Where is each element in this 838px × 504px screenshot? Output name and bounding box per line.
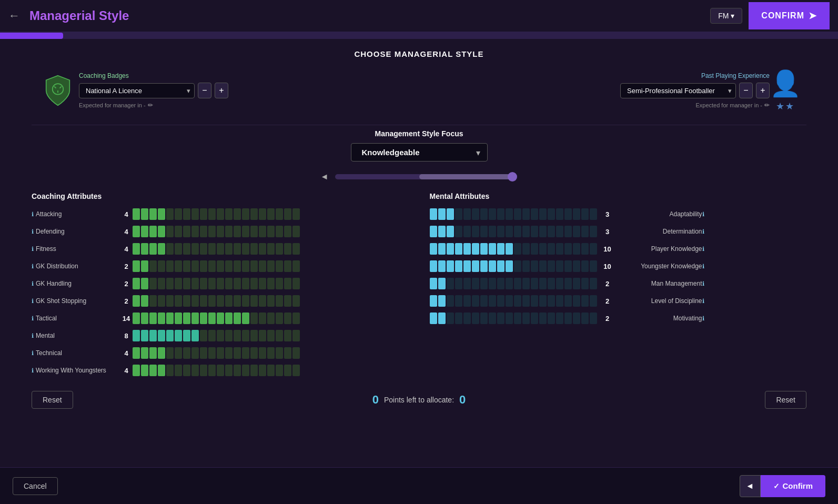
adaptability-value: 3 [601, 210, 614, 218]
motivating-value: 2 [601, 315, 614, 322]
points-area: 0 Points left to allocate: 0 [372, 393, 466, 407]
technical-info-icon[interactable]: ℹ [32, 350, 34, 357]
coaching-badge-plus-button[interactable]: + [215, 83, 228, 98]
man-management-info-icon[interactable]: ℹ [702, 280, 704, 287]
adaptability-label: Adaptability [618, 210, 702, 218]
technical-bars [133, 347, 409, 359]
points-left-value: 0 [372, 393, 379, 407]
attacking-label: Attacking [36, 210, 120, 218]
prev-button[interactable]: ◄ [740, 475, 761, 497]
points-left-label: Points left to allocate: [384, 396, 454, 404]
motivating-bars [430, 313, 597, 324]
experience-plus-button[interactable]: + [756, 83, 770, 98]
gk-handling-bars [133, 278, 409, 289]
determination-bars [430, 226, 597, 237]
slider-thumb[interactable] [508, 172, 517, 182]
coaching-attributes-title: Coaching Attributes [32, 192, 409, 200]
past-experience-select[interactable]: Semi-Professional Footballer [620, 83, 736, 98]
table-row: ℹ Attacking 4 [32, 207, 409, 221]
coaching-badge-minus-button[interactable]: − [198, 83, 211, 98]
man-management-label: Man Management [618, 280, 702, 287]
player-knowledge-label: Player Knowledge [618, 245, 702, 253]
shield-icon [42, 75, 74, 106]
motivating-label: Motivating [618, 315, 702, 322]
slider-track[interactable] [335, 174, 503, 179]
coaching-badges-section: Coaching Badges National A Licence − + E… [79, 72, 228, 109]
fitness-label: Fitness [36, 245, 120, 253]
back-button[interactable]: ← [8, 10, 20, 22]
style-focus-select[interactable]: Knowledgeable [351, 143, 488, 162]
progress-strip [0, 33, 838, 39]
determination-label: Determination [618, 228, 702, 235]
defending-label: Defending [36, 228, 120, 235]
mental-info-icon[interactable]: ℹ [32, 332, 34, 339]
mental-attributes-title: Mental Attributes [430, 192, 807, 200]
attacking-info-icon[interactable]: ℹ [32, 211, 34, 218]
style-dropdown-wrapper: Knowledgeable [351, 143, 488, 162]
youngsters-bars [133, 365, 409, 376]
table-row: 10 Youngster Knowledge ℹ [430, 259, 807, 274]
tactical-value: 14 [120, 315, 133, 322]
youngsters-info-icon[interactable]: ℹ [32, 367, 34, 374]
determination-info-icon[interactable]: ℹ [702, 228, 704, 235]
fm-menu-button[interactable]: FM ▾ [710, 8, 742, 24]
cancel-button[interactable]: Cancel [13, 477, 58, 495]
adaptability-info-icon[interactable]: ℹ [702, 211, 704, 218]
discipline-label: Level of Discipline [618, 297, 702, 305]
man-management-bars [430, 278, 597, 289]
youngster-knowledge-info-icon[interactable]: ℹ [702, 263, 704, 270]
discipline-info-icon[interactable]: ℹ [702, 298, 704, 305]
coaching-badges-label: Coaching Badges [79, 72, 228, 79]
past-experience-select-wrapper: Semi-Professional Footballer [620, 83, 736, 98]
coaching-badges-row: National A Licence − + [79, 83, 228, 98]
motivating-info-icon[interactable]: ℹ [702, 315, 704, 322]
tactical-bars [133, 313, 409, 324]
slider-left-arrow[interactable]: ◄ [320, 172, 329, 182]
fitness-value: 4 [120, 245, 133, 253]
stars-rating: ★★ [776, 100, 795, 112]
gk-shot-stopping-info-icon[interactable]: ℹ [32, 298, 34, 305]
coaching-edit-icon[interactable]: ✏ [148, 102, 153, 109]
table-row: 3 Adaptability ℹ [430, 207, 807, 221]
tactical-info-icon[interactable]: ℹ [32, 315, 34, 322]
page-title: Managerial Style [29, 8, 710, 23]
reset-right-button[interactable]: Reset [765, 391, 806, 409]
fitness-info-icon[interactable]: ℹ [32, 246, 34, 253]
defending-info-icon[interactable]: ℹ [32, 228, 34, 235]
coaching-expected-text: Expected for manager in - ✏ [79, 102, 228, 109]
fitness-bars [133, 243, 409, 255]
experience-minus-button[interactable]: − [739, 83, 753, 98]
gk-shot-stopping-label: GK Shot Stopping [36, 297, 120, 305]
gk-shot-stopping-bars [133, 295, 409, 307]
table-row: 10 Player Knowledge ℹ [430, 241, 807, 256]
table-row: 2 Level of Discipline ℹ [430, 294, 807, 308]
experience-expected-text: Expected for manager in - ✏ [695, 102, 770, 109]
slider-row: ◄ ► [32, 172, 806, 182]
main-content: CHOOSE MANAGERIAL STYLE Coaching Badges … [0, 39, 838, 467]
style-focus-label: Management Style Focus [32, 129, 806, 138]
coaching-badge-select[interactable]: National A Licence [79, 83, 195, 98]
table-row: ℹ GK Distribution 2 [32, 259, 409, 274]
player-knowledge-info-icon[interactable]: ℹ [702, 246, 704, 253]
table-row: 2 Motivating ℹ [430, 311, 807, 326]
tactical-label: Tactical [36, 315, 120, 322]
attacking-value: 4 [120, 210, 133, 218]
player-knowledge-bars [430, 243, 597, 255]
bottom-right-buttons: ◄ ✓ Confirm [740, 475, 826, 497]
determination-value: 3 [601, 228, 614, 236]
gk-distribution-info-icon[interactable]: ℹ [32, 263, 34, 270]
table-row: 2 Man Management ℹ [430, 276, 807, 291]
shield-area [37, 75, 79, 106]
confirm-check-icon: ✓ [773, 482, 780, 490]
coaching-badge-select-wrapper: National A Licence [79, 83, 195, 98]
coaching-attributes-column: Coaching Attributes ℹ Attacking 4 ℹ Defe… [32, 192, 409, 380]
confirm-bottom-button[interactable]: ✓ Confirm [761, 475, 826, 497]
youngster-knowledge-bars [430, 260, 597, 272]
reset-left-button[interactable]: Reset [32, 391, 73, 409]
past-experience-section: Past Playing Experience Semi-Professiona… [620, 72, 770, 109]
gk-handling-info-icon[interactable]: ℹ [32, 280, 34, 287]
experience-edit-icon[interactable]: ✏ [764, 102, 770, 109]
mental-attributes-column: Mental Attributes 3 Adaptability ℹ 3 Det… [430, 192, 807, 380]
confirm-top-button[interactable]: CONFIRM ➤ [749, 2, 830, 29]
style-focus-section: Management Style Focus Knowledgeable [32, 129, 806, 162]
